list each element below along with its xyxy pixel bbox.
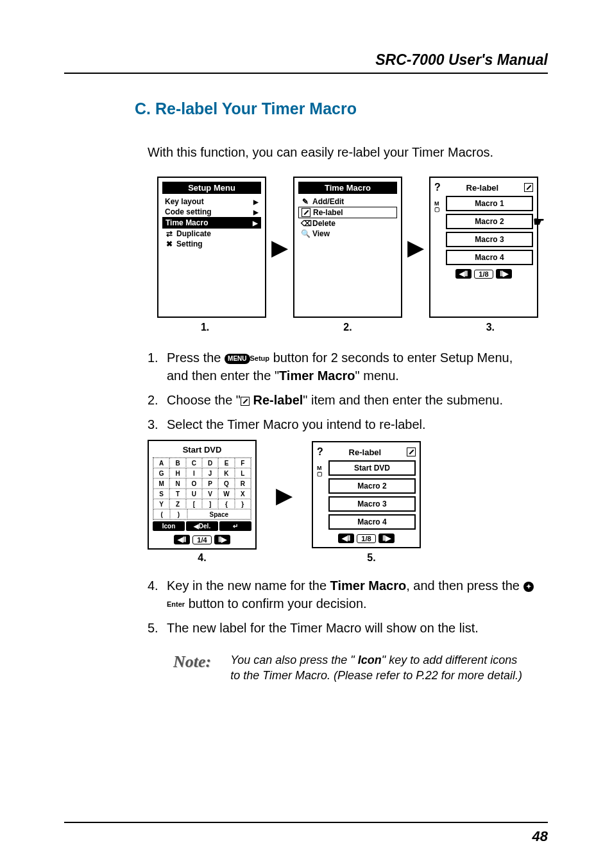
arrow-right-icon: ▶	[407, 236, 424, 258]
step-item: 3. Select the Timer Macro you intend to …	[148, 415, 535, 433]
relabel-icon	[302, 208, 310, 217]
menu-item: 🔍View	[298, 229, 397, 239]
caption-row-2: 4. 5.	[148, 552, 548, 564]
menu-item: ⌫Delete	[298, 218, 397, 229]
del-key: ◀Del.	[186, 521, 218, 531]
step-text: button to confirm your decision.	[189, 596, 367, 611]
page-number: 48	[532, 828, 548, 845]
step-text: Key in the new name for the	[167, 578, 330, 593]
step-list-2: 4. Key in the new name for the Timer Mac…	[148, 577, 535, 637]
macro-button: Macro 3	[446, 232, 533, 247]
step-text: The new label for the Timer Macro will s…	[167, 619, 535, 637]
footer-rule	[64, 822, 548, 823]
duplicate-icon: ⇄	[165, 229, 174, 238]
step-text: Choose the "	[167, 393, 241, 407]
help-icon: ?	[434, 182, 441, 193]
view-icon: 🔍	[301, 229, 310, 238]
macro-button: Macro 2	[328, 478, 416, 494]
pager: ◀Ⅱ 1/8 Ⅱ▶	[434, 269, 533, 279]
menu-item: ✖Setting	[162, 239, 261, 249]
menu-item-selected: Time Macro▶	[162, 217, 261, 229]
step-text: " item and then enter the submenu.	[303, 393, 503, 407]
intro-text: With this function, you can easily re-la…	[148, 144, 535, 161]
menu-item-highlight: Re-label	[298, 207, 397, 218]
macro-button: Macro 4	[446, 250, 533, 265]
step-list: 1. Press the MENUSetup button for 2 seco…	[148, 349, 535, 433]
step-bold: Timer Macro	[279, 369, 355, 383]
step-number: 2.	[148, 391, 167, 409]
screen-relabel-result: ? Re-label M▢ Start DVD Macro 2 Macro 3 …	[312, 441, 421, 548]
screen2-title: Time Macro	[298, 182, 397, 194]
help-icon: ?	[317, 446, 323, 458]
caption: 2.	[293, 322, 402, 333]
caption-row-1: 1. 2. 3.	[148, 322, 548, 333]
enter-button-icon: ✦	[523, 582, 534, 592]
keyboard-grid: ABCDEF GHIJKL MNOPQR STUVWX YZ[]{} ()Spa…	[153, 457, 251, 520]
step-text: " menu.	[355, 369, 399, 383]
step-bold: Timer Macro	[330, 578, 407, 593]
step-text: Press the	[167, 351, 225, 365]
enter-key: ↵	[219, 521, 251, 531]
note-block: Note: You can also press the " Icon" key…	[173, 652, 522, 684]
step-number: 5.	[148, 619, 167, 637]
hand-pointer-icon: ☚	[533, 214, 545, 229]
screen-keyboard: Start DVD ABCDEF GHIJKL MNOPQR STUVWX YZ…	[148, 440, 257, 550]
menu-item: ⇄Duplicate	[162, 229, 261, 239]
arrow-right-icon: ▶	[276, 484, 293, 506]
enter-label: Enter	[167, 600, 185, 608]
step-item: 5. The new label for the Timer Macro wil…	[148, 619, 535, 637]
pager-count: 1/4	[192, 535, 211, 544]
menu-button-icon: MENU	[225, 354, 250, 364]
prev-icon: ◀Ⅱ	[338, 534, 354, 543]
macro-button: Macro 3	[328, 496, 416, 512]
section-title: C. Re-label Your Timer Macro	[135, 100, 548, 118]
screen-time-macro: Time Macro ✎Add/Edit Re-label ⌫Delete 🔍V…	[293, 177, 402, 318]
screen-setup-menu: Setup Menu Key layout▶ Code setting▶ Tim…	[157, 177, 266, 318]
relabel-icon	[241, 397, 250, 406]
pager-count: 1/8	[357, 534, 375, 543]
arrow-right-icon: ▶	[271, 236, 288, 258]
prev-icon: ◀Ⅱ	[455, 269, 472, 279]
pager: ◀Ⅱ 1/4 Ⅱ▶	[153, 535, 251, 544]
step-number: 4.	[148, 577, 167, 612]
step-text: Select the Timer Macro you intend to re-…	[167, 415, 535, 433]
screen-relabel-list: ? Re-label M▢ Macro 1 ☚ Macro 2 Macro 3 …	[429, 177, 538, 318]
caption: 3.	[436, 322, 545, 333]
diagram-row-2: Start DVD ABCDEF GHIJKL MNOPQR STUVWX YZ…	[148, 440, 548, 550]
relabel-icon	[524, 183, 533, 192]
diagram-row-1: Setup Menu Key layout▶ Code setting▶ Tim…	[148, 177, 548, 318]
relabel-icon	[407, 447, 416, 456]
step-number: 1.	[148, 349, 167, 385]
caption: 4.	[148, 552, 257, 564]
note-text: You can also press the " Icon" key to ad…	[230, 652, 522, 684]
prev-icon: ◀Ⅱ	[174, 535, 190, 544]
header-rule	[64, 73, 548, 74]
next-icon: Ⅱ▶	[496, 269, 512, 279]
step-text: , and then press the	[406, 578, 523, 593]
step-number: 3.	[148, 415, 167, 433]
setup-label: Setup	[250, 354, 270, 362]
screen4-title: Start DVD	[153, 445, 251, 455]
screen3-title: Re-label	[466, 183, 499, 193]
menu-item: ✎Add/Edit	[298, 196, 397, 207]
macro-button: Macro 2	[446, 214, 533, 229]
step-item: 4. Key in the new name for the Timer Mac…	[148, 577, 535, 612]
menu-item: Code setting▶	[162, 207, 261, 217]
macro-badge-icon: M▢	[317, 465, 323, 477]
pager-count: 1/8	[474, 270, 493, 279]
next-icon: Ⅱ▶	[214, 535, 230, 544]
page-header: SRC-7000 User's Manual	[64, 51, 548, 69]
settings-icon: ✖	[165, 239, 174, 248]
caption: 1.	[151, 322, 260, 333]
next-icon: Ⅱ▶	[378, 534, 395, 543]
note-label: Note:	[173, 652, 211, 672]
step-item: 1. Press the MENUSetup button for 2 seco…	[148, 349, 535, 385]
icon-key: Icon	[153, 521, 185, 531]
step-bold: Re-label	[250, 393, 303, 407]
edit-icon: ✎	[301, 197, 310, 206]
macro-button: Macro 4	[328, 514, 416, 530]
delete-icon: ⌫	[301, 219, 310, 228]
screen5-title: Re-label	[349, 447, 382, 457]
pager: ◀Ⅱ 1/8 Ⅱ▶	[317, 534, 416, 543]
step-item: 2. Choose the " Re-label" item and then …	[148, 391, 535, 409]
